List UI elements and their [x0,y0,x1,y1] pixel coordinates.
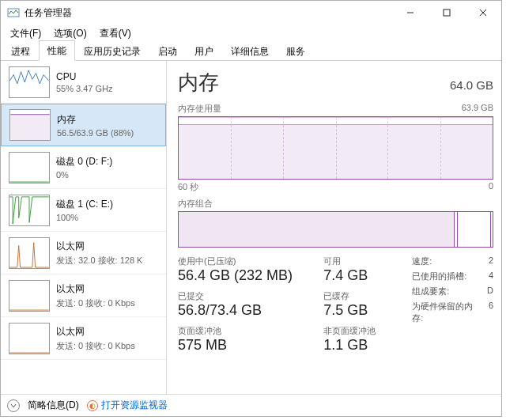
sidebar-item-label: 磁盘 0 (D: F:) [56,155,112,168]
memory-meta: 速度:2 已使用的插槽:4 组成要素:D 为硬件保留的内存:6 [412,255,493,354]
sidebar-item-sub: 发送: 0 接收: 0 Kbps [56,297,135,309]
cached-value: 7.5 GB [323,302,393,319]
task-manager-window: 任务管理器 文件(F) 选项(O) 查看(V) 进程 性能 应用历史记录 启动 … [0,0,502,417]
sidebar-item-memory[interactable]: 内存56.5/63.9 GB (88%) [1,104,166,146]
form-value: D [487,286,493,297]
sidebar-item-disk0[interactable]: 磁盘 0 (D: F:)0% [1,146,166,189]
paged-value: 575 MB [178,337,309,354]
tab-startup[interactable]: 启动 [149,41,186,61]
svg-rect-2 [444,9,450,16]
usage-graph-label: 内存使用量 [178,103,221,115]
reserved-value: 6 [489,301,493,324]
menubar: 文件(F) 选项(O) 查看(V) [1,25,501,42]
total-memory: 64.0 GB [450,78,493,92]
close-button[interactable] [465,1,501,25]
thumb-eth2 [9,323,50,354]
open-resmon-label: 打开资源监视器 [101,399,168,412]
sidebar-item-label: 以太网 [56,240,142,253]
slots-value: 4 [489,271,493,282]
thumb-disk1 [9,195,50,226]
minimize-button[interactable] [392,1,429,25]
perf-sidebar: CPU55% 3.47 GHz 内存56.5/63.9 GB (88%) 磁盘 … [1,61,167,394]
resmon-icon: ◐ [87,400,98,411]
in-use-label: 使用中(已压缩) [178,255,309,267]
reserved-label: 为硬件保留的内存: [412,301,482,324]
speed-value: 2 [489,255,493,267]
thumb-eth0 [9,237,50,269]
menu-options[interactable]: 选项(O) [49,25,91,42]
tab-processes[interactable]: 进程 [2,41,39,61]
tab-details[interactable]: 详细信息 [222,41,278,61]
available-value: 7.4 GB [323,267,393,284]
sidebar-item-eth0[interactable]: 以太网发送: 32.0 接收: 128 K [1,232,166,274]
app-icon [7,6,20,19]
menu-file[interactable]: 文件(F) [6,25,46,42]
open-resmon-link[interactable]: ◐ 打开资源监视器 [87,399,168,412]
footer: 简略信息(D) ◐ 打开资源监视器 [1,394,501,416]
nonpaged-value: 1.1 GB [323,337,393,354]
usage-graph-max: 63.9 GB [462,103,493,115]
paged-label: 页面缓冲池 [178,325,309,337]
perf-body: CPU55% 3.47 GHz 内存56.5/63.9 GB (88%) 磁盘 … [1,61,501,394]
tab-strip: 进程 性能 应用历史记录 启动 用户 详细信息 服务 [1,42,501,61]
committed-label: 已提交 [178,290,309,302]
memory-composition-graph [178,211,493,248]
composition-label: 内存组合 [178,198,213,210]
in-use-value: 56.4 GB (232 MB) [178,267,309,284]
sidebar-item-label: 以太网 [56,325,135,339]
page-title: 内存 [178,69,219,96]
tab-performance[interactable]: 性能 [39,40,75,61]
sidebar-item-label: 内存 [57,113,134,127]
sidebar-item-eth2[interactable]: 以太网发送: 0 接收: 0 Kbps [1,317,166,360]
fewer-details-toggle[interactable] [7,399,20,412]
memory-usage-graph [178,116,493,180]
sidebar-item-sub: 发送: 32.0 接收: 128 K [56,255,142,267]
speed-label: 速度: [412,255,432,267]
cached-label: 已缓存 [323,290,393,302]
chevron-down-icon [10,403,17,409]
sidebar-item-sub: 发送: 0 接收: 0 Kbps [56,340,135,352]
thumb-disk0 [9,152,50,184]
sidebar-item-label: 磁盘 1 (C: E:) [56,198,113,211]
slots-label: 已使用的插槽: [412,271,466,282]
xaxis-left: 60 秒 [178,181,198,193]
sidebar-item-eth1[interactable]: 以太网发送: 0 接收: 0 Kbps [1,274,166,317]
menu-view[interactable]: 查看(V) [95,25,136,42]
maximize-button[interactable] [429,1,465,25]
xaxis-right: 0 [489,181,493,193]
svg-rect-5 [10,115,49,140]
form-label: 组成要素: [412,286,449,297]
tab-users[interactable]: 用户 [186,41,222,61]
memory-stats: 使用中(已压缩)56.4 GB (232 MB) 已提交56.8/73.4 GB… [178,255,493,354]
sidebar-item-label: 以太网 [56,282,135,296]
thumb-memory [9,109,51,141]
sidebar-item-disk1[interactable]: 磁盘 1 (C: E:)100% [1,189,166,232]
sidebar-item-sub: 0% [56,170,112,180]
sidebar-item-sub: 100% [56,213,113,222]
sidebar-item-sub: 56.5/63.9 GB (88%) [57,128,134,138]
thumb-eth1 [9,280,50,312]
tab-app-history[interactable]: 应用历史记录 [75,41,149,61]
titlebar: 任务管理器 [1,1,501,25]
committed-value: 56.8/73.4 GB [178,302,309,319]
fewer-details-label[interactable]: 简略信息(D) [28,399,79,412]
nonpaged-label: 非页面缓冲池 [323,325,393,337]
thumb-cpu [9,66,50,98]
sidebar-item-label: CPU [56,71,113,82]
tab-services[interactable]: 服务 [278,41,314,61]
perf-main: 内存 64.0 GB 内存使用量 63.9 GB 60 秒 0 内存组合 [167,61,501,394]
window-title: 任务管理器 [25,6,72,20]
sidebar-item-sub: 55% 3.47 GHz [56,84,113,93]
available-label: 可用 [323,255,393,267]
sidebar-item-cpu[interactable]: CPU55% 3.47 GHz [1,61,166,104]
